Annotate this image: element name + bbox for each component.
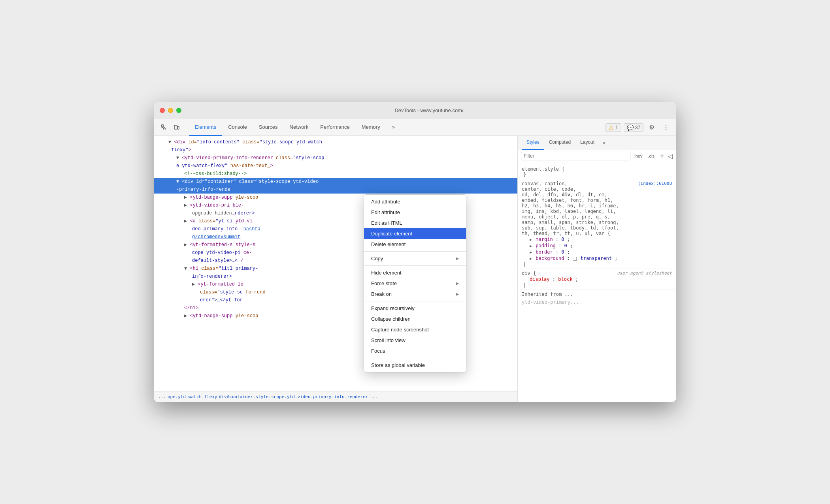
color-swatch xyxy=(573,257,577,261)
style-close-div: } xyxy=(522,282,672,288)
style-rule-div: div { user agent stylesheet display : bl… xyxy=(518,269,676,290)
context-menu: Add attribute Edit attribute Edit as HTM… xyxy=(364,194,466,372)
menu-item-scroll[interactable]: Scroll into view xyxy=(364,335,466,346)
menu-separator-2 xyxy=(364,265,466,266)
styles-tabs: Styles Computed Layout » xyxy=(518,136,676,150)
menu-separator-1 xyxy=(364,251,466,252)
style-rule-element: element.style { } xyxy=(518,165,676,179)
tab-sources[interactable]: Sources xyxy=(253,119,283,136)
style-selector-div-row: div { user agent stylesheet xyxy=(522,271,672,276)
maximize-button[interactable] xyxy=(176,108,181,113)
menu-item-store-global[interactable]: Store as global variable xyxy=(364,360,466,370)
style-selector-element: element.style { xyxy=(522,166,672,172)
msg-badge[interactable]: 💬 37 xyxy=(624,123,643,132)
main-area: ▼ <div id="info-contents" class="style-s… xyxy=(154,136,676,402)
style-selector-3: dd, del, dfn, div, dl, dt, em, xyxy=(522,192,672,197)
menu-item-duplicate[interactable]: Duplicate element xyxy=(364,228,466,239)
add-style-button[interactable]: + xyxy=(658,152,666,160)
inspect-icon[interactable] xyxy=(158,122,170,134)
tab-network[interactable]: Network xyxy=(284,119,314,136)
menu-item-focus[interactable]: Focus xyxy=(364,346,466,356)
tab-performance[interactable]: Performance xyxy=(315,119,355,136)
devtools-window: DevTools - www.youtube.com/ Elements Con… xyxy=(154,102,676,402)
style-rule-reset: canvas, caption, (index):61008 center, c… xyxy=(518,179,676,269)
menu-item-add-attribute[interactable]: Add attribute xyxy=(364,196,466,207)
svg-rect-1 xyxy=(174,125,177,129)
prop-display: display : block ; xyxy=(522,276,672,282)
cls-button[interactable]: .cls xyxy=(647,153,656,159)
refresh-styles-icon[interactable]: ◁ xyxy=(668,152,673,160)
styles-more-tabs-icon[interactable]: » xyxy=(601,136,607,150)
style-selector-4: embed, fieldset, font, form, h1, xyxy=(522,197,672,203)
menu-item-hide[interactable]: Hide element xyxy=(364,267,466,278)
close-button[interactable] xyxy=(160,108,165,113)
tab-layout[interactable]: Layout xyxy=(575,136,599,150)
filter-input[interactable] xyxy=(521,152,630,160)
prop-background: ▶ background : transparent ; xyxy=(522,255,672,261)
menu-item-capture[interactable]: Capture node screenshot xyxy=(364,324,466,335)
svg-rect-2 xyxy=(177,126,179,129)
style-selector-row: canvas, caption, (index):61008 xyxy=(522,181,672,186)
traffic-lights xyxy=(160,108,181,113)
window-title: DevTools - www.youtube.com/ xyxy=(188,107,670,113)
style-selector-5: h2, h3, h4, h5, h6, hr, i, iframe, xyxy=(522,203,672,209)
style-selector-8: samp, small, span, strike, strong, xyxy=(522,220,672,225)
styles-toolbar: :hov .cls + ◁ xyxy=(518,150,676,162)
style-selector-2: center, cite, code, xyxy=(522,186,672,192)
style-selector-9: sub, sup, table, tbody, td, tfoot, xyxy=(522,225,672,231)
settings-icon[interactable]: ⚙ xyxy=(646,122,658,134)
warn-icon: ⚠ xyxy=(609,124,614,131)
style-selector-7: menu, object, ol, p, pre, q, s, xyxy=(522,214,672,220)
menu-item-force-state[interactable]: Force state ▶ xyxy=(364,278,466,289)
toolbar: Elements Console Sources Network Perform… xyxy=(154,119,676,136)
menu-item-expand[interactable]: Expand recursively xyxy=(364,303,466,314)
prop-margin: ▶ margin : 0 ; xyxy=(522,236,672,243)
styles-panel: Styles Computed Layout » :hov .cls + ◁ xyxy=(518,136,676,402)
prop-padding: ▶ padding : 0 ; xyxy=(522,243,672,249)
style-source-ua: user agent stylesheet xyxy=(617,271,672,276)
prop-border: ▶ border : 0 ; xyxy=(522,249,672,255)
title-bar: DevTools - www.youtube.com/ xyxy=(154,102,676,119)
style-selector-6: img, ins, kbd, label, legend, li, xyxy=(522,209,672,214)
menu-separator-4 xyxy=(364,358,466,358)
inherited-more: ytd-video-primary... xyxy=(518,299,676,306)
style-selector-10: th, thead, tr, tt, u, ul, var { xyxy=(522,231,672,236)
context-menu-overlay[interactable]: Add attribute Edit attribute Edit as HTM… xyxy=(154,136,517,402)
more-menu-icon[interactable]: ⋮ xyxy=(660,122,672,134)
style-close: } xyxy=(522,261,672,267)
menu-item-break-on[interactable]: Break on ▶ xyxy=(364,289,466,299)
tab-memory[interactable]: Memory xyxy=(356,119,386,136)
style-close-element: } xyxy=(522,172,672,177)
menu-item-edit-attribute[interactable]: Edit attribute xyxy=(364,207,466,218)
tab-computed[interactable]: Computed xyxy=(544,136,575,150)
menu-item-collapse[interactable]: Collapse children xyxy=(364,314,466,324)
menu-item-delete[interactable]: Delete element xyxy=(364,239,466,250)
tab-more[interactable]: » xyxy=(387,119,400,136)
minimize-button[interactable] xyxy=(168,108,173,113)
inherited-from: Inherited from ... xyxy=(518,290,676,299)
menu-item-copy[interactable]: Copy ▶ xyxy=(364,253,466,264)
msg-icon: 💬 xyxy=(627,124,634,131)
tab-console[interactable]: Console xyxy=(223,119,253,136)
toolbar-divider-1 xyxy=(186,123,186,132)
menu-item-edit-html[interactable]: Edit as HTML xyxy=(364,218,466,228)
menu-separator-3 xyxy=(364,301,466,301)
warn-badge[interactable]: ⚠ 1 xyxy=(606,123,621,132)
tab-elements[interactable]: Elements xyxy=(189,119,222,136)
break-on-arrow-icon: ▶ xyxy=(456,291,459,297)
hov-button[interactable]: :hov xyxy=(633,153,644,159)
copy-arrow-icon: ▶ xyxy=(456,256,459,261)
style-source-link[interactable]: (index):61008 xyxy=(638,181,672,186)
device-icon[interactable] xyxy=(171,122,183,134)
dom-panel: ▼ <div id="info-contents" class="style-s… xyxy=(154,136,518,402)
toolbar-right: ⚠ 1 💬 37 ⚙ ⋮ xyxy=(606,122,672,134)
styles-content: element.style { } canvas, caption, (inde… xyxy=(518,162,676,402)
tab-styles[interactable]: Styles xyxy=(522,136,544,150)
force-state-arrow-icon: ▶ xyxy=(456,281,459,286)
